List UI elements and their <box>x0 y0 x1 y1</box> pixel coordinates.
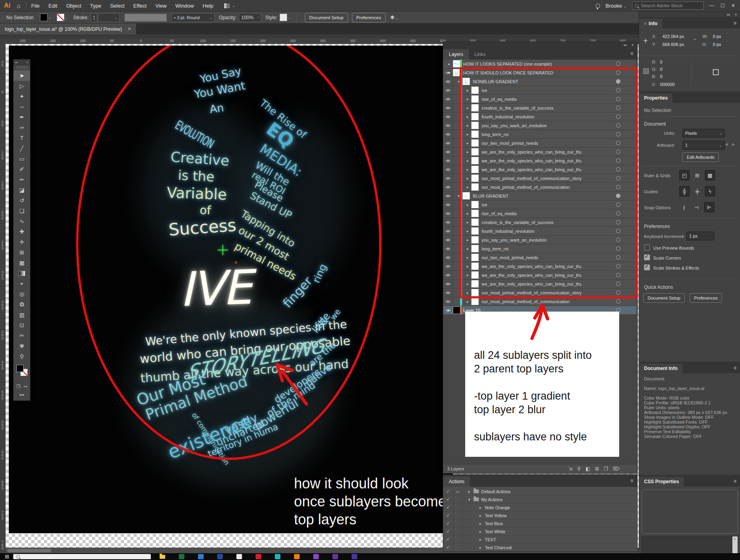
target-circle-icon[interactable] <box>616 70 620 75</box>
dialog-toggle-cell[interactable] <box>453 512 462 519</box>
target-circle-icon[interactable] <box>616 176 620 180</box>
target-circle-icon[interactable] <box>616 238 620 242</box>
draw-mode-icon[interactable]: ❐ <box>16 384 20 389</box>
tab-actions[interactable]: Actions <box>443 476 470 487</box>
layer-row[interactable]: ▸HOW IT LOOKS SEPARATED (one example) <box>443 60 636 68</box>
target-circle-icon[interactable] <box>616 299 620 304</box>
layer-row[interactable]: ▸our_two_most_primal_needs <box>443 253 636 262</box>
layer-name[interactable]: our_two_most_primal_needs <box>482 141 538 146</box>
keyboard-increment-input[interactable]: 1 px <box>686 232 714 240</box>
layer-name[interactable]: you_say_you_want_an_evolution <box>482 123 547 128</box>
expand-chevron-icon[interactable]: ▸ <box>466 141 470 145</box>
layer-row[interactable]: ▸our_two_most_primal_needs <box>443 139 636 148</box>
layer-name[interactable]: ive <box>482 202 487 207</box>
layer-thumbnail[interactable] <box>471 236 479 244</box>
dialog-toggle-cell[interactable] <box>453 544 462 551</box>
panel-menu-icon[interactable]: ≡ <box>630 478 633 484</box>
layer-thumbnail[interactable] <box>471 289 479 296</box>
lock-cell[interactable] <box>453 112 460 121</box>
lock-cell[interactable] <box>453 121 460 130</box>
visibility-eye-icon[interactable] <box>443 148 453 156</box>
direct-selection-tool[interactable]: ▷ <box>14 81 30 91</box>
target-circle-icon[interactable] <box>616 97 620 101</box>
expand-chevron-icon[interactable]: ▸ <box>466 256 470 260</box>
action-enabled-check[interactable]: ✓ <box>443 536 453 543</box>
expand-chevron-icon[interactable]: ▸ <box>478 546 482 550</box>
target-circle-icon[interactable] <box>616 194 620 198</box>
layer-row[interactable]: ▸ive <box>443 86 636 95</box>
layer-row[interactable]: ▸we_are_the_only_species_who_can_bring_o… <box>443 271 636 280</box>
action-enabled-check[interactable]: ✓ <box>443 496 453 503</box>
expand-chevron-icon[interactable]: ▸ <box>467 490 471 494</box>
expand-chevron-icon[interactable]: ▸ <box>466 247 470 251</box>
layer-thumbnail[interactable] <box>453 306 460 314</box>
dialog-toggle-cell[interactable]: ▭ <box>453 488 462 495</box>
layer-row[interactable]: ▸creative_is_the_variable_of_success <box>443 104 636 112</box>
target-circle-icon[interactable] <box>616 141 620 145</box>
artboard-dropdown[interactable]: 1⌄ <box>682 141 725 150</box>
layer-row[interactable]: ▸our_most_primal_method_of_communication <box>443 297 636 306</box>
layer-thumbnail[interactable] <box>471 113 479 120</box>
taskbar-icon-app-purple[interactable] <box>313 554 319 559</box>
layer-thumbnail[interactable] <box>471 166 479 173</box>
snap-point-icon[interactable]: ∤ <box>679 202 689 212</box>
close-button[interactable]: ✕ <box>731 3 735 8</box>
target-circle-icon[interactable] <box>616 114 620 119</box>
lock-cell[interactable] <box>453 86 460 94</box>
layer-name[interactable]: long_term_roi <box>482 132 508 137</box>
column-graph-tool[interactable]: ▥ <box>14 310 30 320</box>
layer-row[interactable]: ▸you_say_you_want_an_evolution <box>443 236 636 244</box>
pen-tool[interactable]: ✒ <box>14 112 30 122</box>
visibility-eye-icon[interactable] <box>443 121 453 130</box>
lock-cell[interactable] <box>453 253 460 262</box>
layer-thumbnail[interactable] <box>471 262 479 270</box>
lock-cell[interactable] <box>453 227 460 235</box>
layer-name[interactable]: our_most_primal_method_of_communication <box>482 299 570 304</box>
action-name[interactable]: Note Orange <box>485 505 510 510</box>
expand-chevron-icon[interactable]: ▾ <box>457 194 461 198</box>
adobe-stock-search-input[interactable]: Search Adobe Stock <box>632 2 704 10</box>
layer-name[interactable]: creative_is_the_variable_of_success <box>482 220 554 225</box>
layer-name[interactable]: NONBLUR GRADIENT <box>473 79 518 84</box>
tab-info[interactable]: ⇕Info <box>639 19 662 28</box>
layer-row[interactable]: ▸you_say_you_want_an_evolution <box>443 121 636 130</box>
layer-row[interactable]: ▸our_most_primal_method_of_communication… <box>443 288 636 297</box>
expand-chevron-icon[interactable]: ▸ <box>478 522 482 526</box>
layer-row[interactable]: ▸we_are_the_only_species_who_can_bring_o… <box>443 280 636 288</box>
layer-thumbnail[interactable] <box>471 104 479 112</box>
document-setup-button[interactable]: Document Setup <box>643 293 685 303</box>
lock-cell[interactable] <box>453 139 460 147</box>
expand-chevron-icon[interactable]: ▸ <box>478 506 482 510</box>
eyedropper-tool[interactable]: ⌖ <box>14 278 30 289</box>
layer-thumbnail[interactable] <box>471 218 479 226</box>
target-circle-icon[interactable] <box>616 255 620 260</box>
panel-close-icon[interactable]: ✕ <box>26 61 28 64</box>
target-circle-icon[interactable] <box>616 62 620 66</box>
action-name[interactable]: Text Yellow <box>485 513 506 518</box>
new-layer-icon[interactable]: ❐ <box>604 466 608 472</box>
lock-cell[interactable] <box>453 200 460 209</box>
layer-row[interactable]: ▸long_term_roi <box>443 130 636 139</box>
puppet-warp-tool[interactable]: ✛ <box>14 237 30 247</box>
expand-chevron-icon[interactable]: ▾ <box>467 498 471 502</box>
tab-document-info[interactable]: Document Info <box>639 364 682 373</box>
lock-cell[interactable] <box>453 174 460 182</box>
tab-close-icon[interactable]: ✕ <box>128 26 131 32</box>
dialog-toggle-cell[interactable] <box>453 536 462 543</box>
dock-close-icon[interactable]: ✕ <box>734 13 737 16</box>
show-grid-icon[interactable]: ⊞ <box>692 170 702 180</box>
expand-chevron-icon[interactable]: ▸ <box>466 185 470 189</box>
layer-name[interactable]: we_are_the_only_species_who_can_bring_ou… <box>482 264 582 269</box>
expand-chevron-icon[interactable]: ▸ <box>466 264 470 268</box>
visibility-eye-icon[interactable] <box>443 95 453 103</box>
workspace-switcher-icon[interactable]: ⌄ <box>224 3 235 9</box>
action-row[interactable]: ✓▸Text Charcoal <box>443 544 636 552</box>
visibility-eye-icon[interactable] <box>443 200 453 209</box>
menu-file[interactable]: File <box>31 3 40 9</box>
pencil-tool[interactable]: ✏ <box>14 174 30 185</box>
dialog-toggle-cell[interactable] <box>453 496 462 503</box>
transparency-grid-icon[interactable]: ▩ <box>705 170 715 180</box>
expand-chevron-icon[interactable]: ▸ <box>466 176 470 180</box>
fill-color-swatch[interactable] <box>40 14 48 21</box>
taskbar-icon-app-dark-blue[interactable] <box>217 554 223 559</box>
